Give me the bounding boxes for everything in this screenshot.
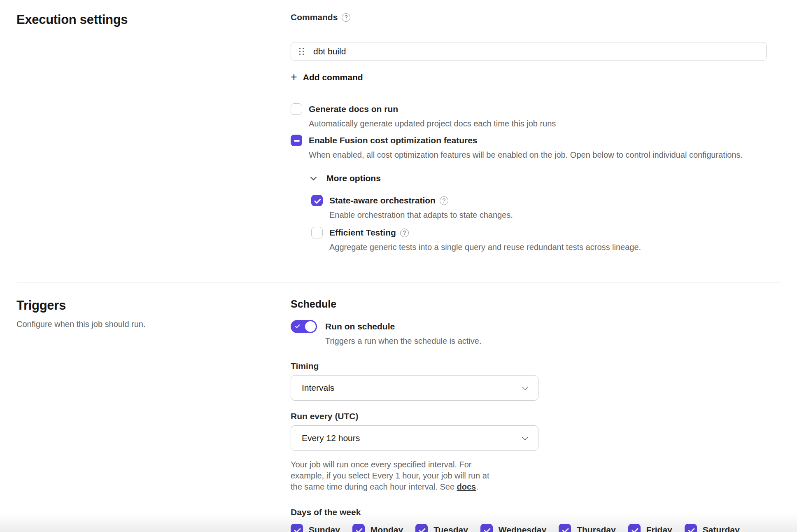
saturday-checkbox[interactable] bbox=[685, 524, 697, 532]
state-aware-orchestration-label: State-aware orchestration bbox=[329, 195, 436, 206]
wednesday-label: Wednesday bbox=[499, 525, 546, 532]
day-item-sunday: Sunday bbox=[291, 524, 340, 532]
sunday-checkbox[interactable] bbox=[291, 524, 303, 532]
state-aware-orchestration-checkbox[interactable] bbox=[311, 195, 323, 206]
day-item-wednesday: Wednesday bbox=[480, 524, 546, 532]
fusion-cost-optimization-description: When enabled, all cost optimization feat… bbox=[309, 149, 743, 160]
fusion-cost-optimization-checkbox[interactable] bbox=[291, 135, 302, 146]
more-options-expander[interactable]: More options bbox=[311, 173, 381, 183]
execution-settings-section: Execution settings Commands ? dbt build … bbox=[16, 0, 781, 259]
wednesday-checkbox[interactable] bbox=[480, 524, 493, 532]
saturday-label: Saturday bbox=[703, 525, 740, 532]
days-of-week-row: Sunday Monday Tuesday Wednesday Thursday bbox=[291, 524, 781, 532]
day-item-monday: Monday bbox=[352, 524, 403, 532]
triggers-right-column: Schedule Run on schedule Triggers a run … bbox=[291, 298, 781, 532]
drag-handle-icon[interactable] bbox=[299, 48, 304, 55]
timing-select-value: Intervals bbox=[302, 383, 334, 393]
execution-settings-right-column: Commands ? dbt build + Add command Gener… bbox=[291, 12, 781, 259]
run-on-schedule-row: Run on schedule Triggers a run when the … bbox=[291, 320, 781, 346]
efficient-testing-description: Aggregate generic tests into a single qu… bbox=[329, 242, 641, 252]
day-item-tuesday: Tuesday bbox=[415, 524, 468, 532]
run-every-label: Run every (UTC) bbox=[291, 411, 781, 421]
efficient-testing-label: Efficient Testing bbox=[329, 227, 396, 238]
chevron-down-icon bbox=[522, 434, 529, 441]
tuesday-checkbox[interactable] bbox=[415, 524, 428, 532]
tuesday-label: Tuesday bbox=[433, 525, 468, 532]
monday-label: Monday bbox=[371, 525, 403, 532]
run-every-select-value: Every 12 hours bbox=[302, 433, 360, 443]
generate-docs-description: Automatically generate updated project d… bbox=[309, 118, 556, 129]
execution-settings-left-column: Execution settings bbox=[16, 12, 291, 259]
day-item-friday: Friday bbox=[628, 524, 672, 532]
more-options-panel: State-aware orchestration ? Enable orche… bbox=[311, 195, 781, 252]
schedule-title: Schedule bbox=[291, 298, 781, 310]
run-on-schedule-toggle[interactable] bbox=[291, 320, 317, 333]
friday-label: Friday bbox=[646, 525, 672, 532]
execution-settings-title: Execution settings bbox=[16, 12, 291, 27]
add-command-label: Add command bbox=[303, 72, 363, 82]
generate-docs-label: Generate docs on run bbox=[309, 103, 398, 115]
option-generate-docs: Generate docs on run Automatically gener… bbox=[291, 103, 781, 129]
triggers-left-column: Triggers Configure when this job should … bbox=[16, 298, 291, 532]
option-state-aware-orchestration: State-aware orchestration ? Enable orche… bbox=[311, 195, 781, 220]
option-fusion-cost-optimization: Enable Fusion cost optimization features… bbox=[291, 135, 781, 160]
command-input[interactable]: dbt build bbox=[291, 42, 767, 61]
triggers-title: Triggers bbox=[16, 298, 291, 313]
plus-icon: + bbox=[291, 72, 297, 83]
command-value[interactable]: dbt build bbox=[313, 47, 346, 56]
add-command-button[interactable]: + Add command bbox=[291, 72, 363, 83]
run-on-schedule-label: Run on schedule bbox=[325, 320, 481, 333]
thursday-label: Thursday bbox=[577, 525, 616, 532]
run-every-select[interactable]: Every 12 hours bbox=[291, 425, 538, 451]
run-on-schedule-description: Triggers a run when the schedule is acti… bbox=[325, 336, 481, 346]
timing-label: Timing bbox=[291, 361, 781, 371]
efficient-testing-help-icon[interactable]: ? bbox=[400, 229, 409, 237]
docs-link[interactable]: docs bbox=[457, 482, 476, 491]
more-options-label: More options bbox=[326, 173, 381, 183]
thursday-checkbox[interactable] bbox=[559, 524, 571, 532]
state-aware-orchestration-description: Enable orchestration that adapts to stat… bbox=[329, 210, 513, 220]
triggers-subtitle: Configure when this job should run. bbox=[16, 320, 291, 329]
timing-select[interactable]: Intervals bbox=[291, 375, 538, 401]
commands-label-row: Commands ? bbox=[291, 12, 781, 22]
option-efficient-testing: Efficient Testing ? Aggregate generic te… bbox=[311, 227, 781, 252]
triggers-section: Triggers Configure when this job should … bbox=[16, 282, 781, 532]
day-item-saturday: Saturday bbox=[685, 524, 740, 532]
day-item-thursday: Thursday bbox=[559, 524, 616, 532]
generate-docs-checkbox[interactable] bbox=[291, 103, 302, 115]
commands-help-icon[interactable]: ? bbox=[342, 13, 350, 22]
days-of-week-label: Days of the week bbox=[291, 507, 781, 517]
monday-checkbox[interactable] bbox=[352, 524, 365, 532]
friday-checkbox[interactable] bbox=[628, 524, 641, 532]
toggle-knob bbox=[305, 321, 316, 332]
job-settings-page: Execution settings Commands ? dbt build … bbox=[0, 0, 797, 532]
sunday-label: Sunday bbox=[309, 525, 340, 532]
chevron-down-icon bbox=[310, 174, 317, 180]
state-aware-orchestration-help-icon[interactable]: ? bbox=[440, 196, 448, 205]
fusion-cost-optimization-label: Enable Fusion cost optimization features bbox=[309, 135, 478, 146]
chevron-down-icon bbox=[522, 384, 529, 390]
toggle-check-icon bbox=[295, 323, 300, 328]
efficient-testing-checkbox[interactable] bbox=[311, 227, 323, 238]
commands-label: Commands bbox=[291, 12, 338, 22]
interval-helper-text: Your job will run once every specified i… bbox=[291, 459, 496, 492]
